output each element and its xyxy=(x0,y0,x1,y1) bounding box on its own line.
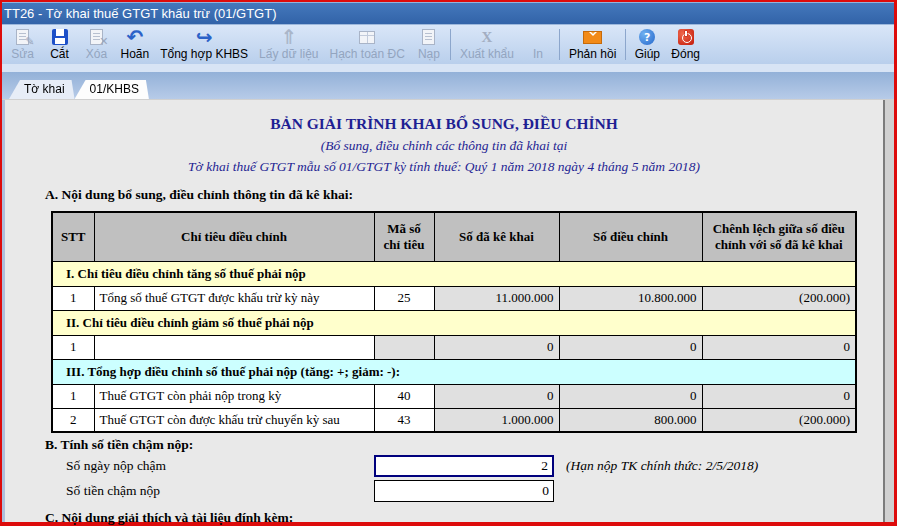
col-header-chenh-lech: Chênh lệch giữa số điều chỉnh với số đã … xyxy=(702,212,856,261)
section-row-label: II. Chỉ tiêu điều chỉnh giảm số thuế phả… xyxy=(52,310,856,335)
col-header-so-dieu-chinh: Số điều chỉnh xyxy=(559,212,702,261)
toolbar-button-phan-hoi[interactable]: Phản hồi xyxy=(563,25,621,64)
toolbar-separator xyxy=(450,29,451,60)
mail-icon xyxy=(580,27,606,47)
toolbar-button-label: Phản hồi xyxy=(569,47,616,61)
grid-icon xyxy=(354,27,380,47)
so-tien-cham-nop-input[interactable] xyxy=(374,480,554,502)
col-header-so-da-ke-khai: Số đã kê khai xyxy=(434,212,559,261)
cell-ma-so[interactable]: 40 xyxy=(374,384,434,408)
page-icon xyxy=(416,27,442,47)
cell-ma-so[interactable]: 43 xyxy=(374,408,434,432)
toolbar-button-tong-hop-khbs[interactable]: ↪Tổng hợp KHBS xyxy=(155,25,254,64)
toolbar-button-label: Xóa xyxy=(86,47,107,61)
table-header-row: STT Chỉ tiêu điều chỉnh Mã số chỉ tiêu S… xyxy=(52,212,856,261)
printer-icon xyxy=(525,27,551,47)
cell-so-da-ke-khai[interactable]: 0 xyxy=(434,384,559,408)
cell-chi-tieu[interactable]: Tổng số thuế GTGT được khấu trừ kỳ này xyxy=(94,286,374,310)
section-b-heading: B. Tính số tiền chậm nộp: xyxy=(45,437,883,453)
cell-chi-tieu[interactable] xyxy=(94,335,374,359)
edit-icon: ✎ xyxy=(10,27,36,47)
document-subtitle-1: (Bổ sung, điều chỉnh các thông tin đã kh… xyxy=(5,138,883,154)
icon-part: ✕ xyxy=(99,35,108,48)
section-row-label: I. Chỉ tiêu điều chỉnh tăng số thuế phải… xyxy=(52,261,856,286)
toolbar-button-label: In xyxy=(533,47,543,61)
toolbar-separator xyxy=(559,29,560,60)
toolbar-button-cat[interactable]: Cắt xyxy=(41,25,78,64)
cell-chi-tieu[interactable]: Thuế GTGT còn phải nộp trong kỳ xyxy=(94,384,374,408)
cell-stt[interactable]: 1 xyxy=(52,384,94,408)
toolbar-button-label: Giúp xyxy=(635,47,660,61)
cell-so-dieu-chinh[interactable]: 800.000 xyxy=(559,408,702,432)
col-header-ma-so: Mã số chỉ tiêu xyxy=(374,212,434,261)
col-header-stt: STT xyxy=(52,212,94,261)
cell-stt[interactable]: 1 xyxy=(52,335,94,359)
cell-so-da-ke-khai[interactable]: 1.000.000 xyxy=(434,408,559,432)
table-row: 1Thuế GTGT còn phải nộp trong kỳ40000 xyxy=(52,384,856,408)
toolbar-separator xyxy=(625,29,626,60)
table-row: 2Thuế GTGT còn được khấu trừ chuyển kỳ s… xyxy=(52,408,856,432)
so-tien-cham-nop-label: Số tiền chậm nộp xyxy=(66,483,374,499)
toolbar-button-dong[interactable]: Đóng xyxy=(666,25,706,64)
icon-part: ↶ xyxy=(126,27,143,47)
table-row: 1000 xyxy=(52,335,856,359)
toolbar-button-lay-du-lieu[interactable]: ⇑Lấy dữ liệu xyxy=(254,25,324,64)
power-icon xyxy=(673,27,699,47)
cell-ma-so[interactable]: 25 xyxy=(374,286,434,310)
cell-chenh-lech[interactable]: 0 xyxy=(702,335,856,359)
toolbar-button-giup[interactable]: ?Giúp xyxy=(629,25,666,64)
field-row-so-tien-cham-nop: Số tiền chậm nộp xyxy=(5,478,883,503)
app-window: TT26 - Tờ khai thuế GTGT khấu trừ (01/GT… xyxy=(0,0,897,526)
cell-stt[interactable]: 1 xyxy=(52,286,94,310)
toolbar-button-sua[interactable]: ✎Sửa xyxy=(4,25,41,64)
arrow-branch-icon: ↪ xyxy=(191,27,217,47)
toolbar-button-label: Sửa xyxy=(11,47,34,61)
cell-so-da-ke-khai[interactable]: 0 xyxy=(434,335,559,359)
section-c-heading: C. Nội dung giải thích và tài liệu đính … xyxy=(45,510,883,526)
cell-so-dieu-chinh[interactable]: 0 xyxy=(559,384,702,408)
cell-chenh-lech[interactable]: (200.000) xyxy=(702,286,856,310)
arrow-up-icon: ⇑ xyxy=(276,27,302,47)
so-ngay-nop-cham-label: Số ngày nộp chậm xyxy=(66,458,374,474)
document-subtitle-2: Tờ khai thuế GTGT mẫu số 01/GTGT kỳ tính… xyxy=(5,159,883,175)
icon-part xyxy=(422,29,435,45)
table-row: 1Tổng số thuế GTGT được khấu trừ kỳ này2… xyxy=(52,286,856,310)
cell-chi-tieu[interactable]: Thuế GTGT còn được khấu trừ chuyển kỳ sa… xyxy=(94,408,374,432)
col-header-chi-tieu: Chỉ tiêu điều chỉnh xyxy=(94,212,374,261)
cell-so-da-ke-khai[interactable]: 11.000.000 xyxy=(434,286,559,310)
toolbar-button-in[interactable]: In xyxy=(519,25,556,64)
toolbar-button-label: Hoãn xyxy=(121,47,150,61)
field-row-so-ngay-nop-cham: Số ngày nộp chậm (Hạn nộp TK chính thức:… xyxy=(5,453,883,478)
toolbar-bottom-band xyxy=(2,64,894,72)
toolbar-button-label: Lấy dữ liệu xyxy=(259,47,318,61)
toolbar-button-label: Đóng xyxy=(671,47,700,61)
cell-chenh-lech[interactable]: 0 xyxy=(702,384,856,408)
toolbar-button-nap[interactable]: Nạp xyxy=(410,25,447,64)
title-bar: TT26 - Tờ khai thuế GTGT khấu trừ (01/GT… xyxy=(2,2,894,24)
cell-so-dieu-chinh[interactable]: 0 xyxy=(559,335,702,359)
cell-ma-so[interactable] xyxy=(374,335,434,359)
section-row: II. Chỉ tiêu điều chỉnh giảm số thuế phả… xyxy=(52,310,856,335)
toolbar-button-hoan[interactable]: ↶Hoãn xyxy=(115,25,155,64)
cell-so-dieu-chinh[interactable]: 10.800.000 xyxy=(559,286,702,310)
section-row: III. Tổng hợp điều chỉnh số thuế phải nộ… xyxy=(52,359,856,384)
icon-part xyxy=(52,29,68,45)
deadline-note: (Hạn nộp TK chính thức: 2/5/2018) xyxy=(566,458,758,474)
cell-stt[interactable]: 2 xyxy=(52,408,94,432)
toolbar-button-label: Nạp xyxy=(418,47,440,61)
help-icon: ? xyxy=(634,27,660,47)
tab-strip: Tờ khai 01/KHBS xyxy=(2,72,894,99)
cell-chenh-lech[interactable]: (200.000) xyxy=(702,408,856,432)
toolbar: ✎SửaCắt✕Xóa↶Hoãn↪Tổng hợp KHBS⇑Lấy dữ li… xyxy=(2,24,894,64)
icon-part: X xyxy=(481,29,492,46)
toolbar-button-xuat-khau[interactable]: XXuất khẩu xyxy=(454,25,519,64)
toolbar-button-hach-toan-dc[interactable]: Hạch toán ĐC xyxy=(324,25,410,64)
excel-icon: X xyxy=(474,27,500,47)
toolbar-button-xoa[interactable]: ✕Xóa xyxy=(78,25,115,64)
so-ngay-nop-cham-input[interactable] xyxy=(374,455,554,477)
icon-part: ✎ xyxy=(25,35,34,48)
tab-to-khai[interactable]: Tờ khai xyxy=(9,80,75,99)
toolbar-button-label: Xuất khẩu xyxy=(460,47,514,61)
tab-01-khbs[interactable]: 01/KHBS xyxy=(75,80,149,99)
toolbar-button-label: Hạch toán ĐC xyxy=(330,47,405,61)
